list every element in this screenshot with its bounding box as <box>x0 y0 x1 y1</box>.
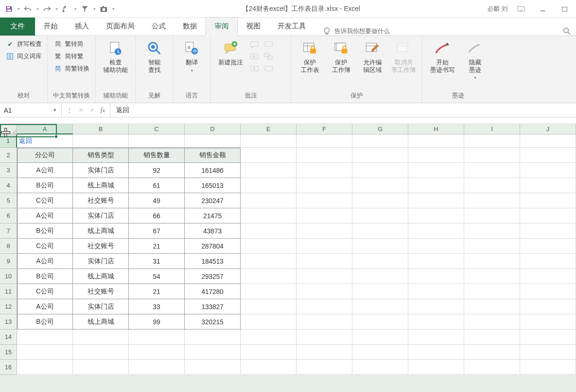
trad2simp-button[interactable]: 简繁转简 <box>53 39 90 49</box>
row-header-11[interactable]: 11 <box>0 284 17 299</box>
tab-formulas[interactable]: 公式 <box>143 18 174 36</box>
cell-H4[interactable] <box>408 178 464 193</box>
cell-G4[interactable] <box>352 178 408 193</box>
cell-H6[interactable] <box>408 208 464 223</box>
cell-C15[interactable] <box>129 345 185 360</box>
cell-I4[interactable] <box>464 178 520 193</box>
cell-E12[interactable] <box>241 299 297 314</box>
tab-data[interactable]: 数据 <box>174 18 206 36</box>
thesaurus-button[interactable]: 同义词库 <box>5 51 43 62</box>
maximize-icon[interactable] <box>556 2 573 16</box>
cell-J4[interactable] <box>520 178 576 193</box>
cell-B7[interactable]: 线上商城 <box>73 223 129 239</box>
cell-G3[interactable] <box>352 163 408 178</box>
minimize-icon[interactable] <box>534 2 551 16</box>
tab-insert[interactable]: 插入 <box>66 18 98 36</box>
row-header-15[interactable]: 15 <box>0 345 17 360</box>
cell-I12[interactable] <box>464 299 520 314</box>
cell-E8[interactable] <box>241 239 297 254</box>
cell-F4[interactable] <box>297 178 352 193</box>
cell-A16[interactable] <box>17 360 73 375</box>
cell-C12[interactable]: 33 <box>129 299 185 314</box>
spellcheck-button[interactable]: ✔拼写检查 <box>5 39 43 49</box>
col-header-J[interactable]: J <box>520 124 576 134</box>
cell-F2[interactable] <box>297 148 352 163</box>
col-header-F[interactable]: F <box>297 124 352 134</box>
cell-C7[interactable]: 67 <box>129 223 185 239</box>
cell-C1[interactable] <box>129 134 185 148</box>
cell-I2[interactable] <box>464 148 520 163</box>
cell-H12[interactable] <box>408 299 464 314</box>
cell-D6[interactable]: 21475 <box>185 208 241 223</box>
row-header-1[interactable]: 1 <box>0 134 17 148</box>
cell-I14[interactable] <box>464 330 520 345</box>
cell-E2[interactable] <box>241 148 297 163</box>
cell-I8[interactable] <box>464 239 520 254</box>
tab-layout[interactable]: 页面布局 <box>98 18 143 36</box>
cell-C16[interactable] <box>129 360 185 375</box>
cell-H2[interactable] <box>408 148 464 163</box>
cell-B13[interactable]: 线上商城 <box>73 314 129 330</box>
cell-E14[interactable] <box>241 330 297 345</box>
delete-comment-icon[interactable] <box>250 41 260 49</box>
cell-G2[interactable] <box>352 148 408 163</box>
cell-G1[interactable] <box>352 134 408 148</box>
cell-D9[interactable]: 184513 <box>185 254 241 269</box>
cell-I9[interactable] <box>464 254 520 269</box>
cell-I15[interactable] <box>464 345 520 360</box>
cell-F1[interactable] <box>297 134 352 148</box>
cell-H11[interactable] <box>408 284 464 299</box>
cell-G14[interactable] <box>352 330 408 345</box>
cell-J11[interactable] <box>520 284 576 299</box>
cell-A11[interactable]: C公司 <box>17 284 73 299</box>
cell-J1[interactable] <box>520 134 576 148</box>
col-header-G[interactable]: G <box>352 124 408 134</box>
tab-view[interactable]: 视图 <box>238 18 269 36</box>
cell-E9[interactable] <box>241 254 297 269</box>
spreadsheet-grid[interactable]: ABCDEFGHIJ 12345678910111213141516 返回分公司… <box>0 124 576 392</box>
row-header-4[interactable]: 4 <box>0 178 17 193</box>
cell-G7[interactable] <box>352 223 408 239</box>
cell-E16[interactable] <box>241 360 297 375</box>
cell-H14[interactable] <box>408 330 464 345</box>
cell-D2[interactable]: 销售金额 <box>185 148 241 163</box>
cell-F14[interactable] <box>297 330 352 345</box>
cell-I13[interactable] <box>464 314 520 330</box>
row-header-14[interactable]: 14 <box>0 330 17 345</box>
cell-E13[interactable] <box>241 314 297 330</box>
cell-J12[interactable] <box>520 299 576 314</box>
cell-B11[interactable]: 社交账号 <box>73 284 129 299</box>
allow-edit-ranges-button[interactable]: 允许编 辑区域 <box>359 39 386 73</box>
cell-F12[interactable] <box>297 299 352 314</box>
dots-icon[interactable]: ⋮ <box>66 107 73 114</box>
cell-C2[interactable]: 销售数量 <box>129 148 185 163</box>
cell-F10[interactable] <box>297 269 352 284</box>
cell-J13[interactable] <box>520 314 576 330</box>
cell-F16[interactable] <box>297 360 352 375</box>
cell-H10[interactable] <box>408 269 464 284</box>
cell-B6[interactable]: 实体门店 <box>73 208 129 223</box>
next-comment-icon[interactable] <box>250 65 260 74</box>
cell-B2[interactable]: 销售类型 <box>73 148 129 163</box>
col-header-I[interactable]: I <box>464 124 520 134</box>
cell-D14[interactable] <box>185 330 241 345</box>
cell-A9[interactable]: A公司 <box>17 254 73 269</box>
cell-G6[interactable] <box>352 208 408 223</box>
cell-J10[interactable] <box>520 269 576 284</box>
cell-J6[interactable] <box>520 208 576 223</box>
cell-D3[interactable]: 161486 <box>185 163 241 178</box>
cell-I10[interactable] <box>464 269 520 284</box>
cell-B12[interactable]: 实体门店 <box>73 299 129 314</box>
col-header-C[interactable]: C <box>129 124 185 134</box>
cell-J14[interactable] <box>520 330 576 345</box>
cell-J2[interactable] <box>520 148 576 163</box>
cell-A10[interactable]: B公司 <box>17 269 73 284</box>
cell-D4[interactable]: 165013 <box>185 178 241 193</box>
cell-C5[interactable]: 49 <box>129 193 185 208</box>
cell-G9[interactable] <box>352 254 408 269</box>
row-header-16[interactable]: 16 <box>0 360 17 375</box>
cell-D8[interactable]: 287804 <box>185 239 241 254</box>
cell-C3[interactable]: 92 <box>129 163 185 178</box>
cell-B10[interactable]: 线上商城 <box>73 269 129 284</box>
save-icon[interactable] <box>3 3 15 15</box>
